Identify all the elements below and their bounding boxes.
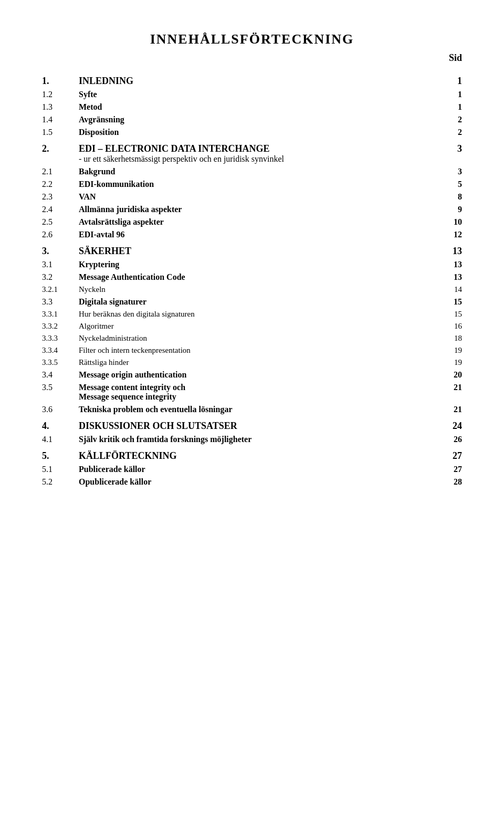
toc-number: 1. [42, 74, 79, 88]
toc-row: 3.4Message origin authentication20 [42, 369, 462, 381]
toc-row: 3.SÄKERHET13 [42, 244, 462, 258]
toc-row: 3.6Tekniska problem och eventuella lösni… [42, 403, 462, 416]
toc-entry-text: Opublicerade källor [79, 476, 441, 488]
toc-page-number: 3 [441, 142, 462, 165]
toc-row: 3.3.3Nyckeladministration18 [42, 332, 462, 344]
toc-page-number: 20 [441, 369, 462, 381]
toc-row: 4.1Själv kritik och framtida forsknings … [42, 433, 462, 446]
toc-page-number: 13 [441, 258, 462, 271]
toc-entry-text: KÄLLFÖRTECKNING [79, 449, 441, 463]
toc-row: 1.INLEDNING1 [42, 74, 462, 88]
toc-entry-text: Metod [79, 101, 441, 113]
toc-number: 2.4 [42, 203, 79, 216]
toc-entry-text: EDI-avtal 96 [79, 228, 441, 241]
toc-row: 2.EDI – ELECTRONIC DATA INTERCHANGE- ur … [42, 142, 462, 165]
toc-number: 2.1 [42, 165, 79, 178]
toc-page-number: 12 [441, 228, 462, 241]
toc-row: 2.3VAN8 [42, 191, 462, 203]
toc-entry-text: Message origin authentication [79, 369, 441, 381]
toc-entry-text: Digitala signaturer [79, 296, 441, 308]
toc-number: 3.1 [42, 258, 79, 271]
toc-page-number: 8 [441, 191, 462, 203]
toc-entry-text: Nyckeladministration [79, 332, 441, 344]
toc-number: 3.3.4 [42, 344, 79, 356]
toc-number: 4.1 [42, 433, 79, 446]
toc-entry-text: Message content integrity och Message se… [79, 381, 441, 403]
toc-entry-text: SÄKERHET [79, 244, 441, 258]
toc-entry-text: Syfte [79, 88, 441, 101]
toc-number: 3.3 [42, 296, 79, 308]
toc-entry-text: Avgränsning [79, 113, 441, 126]
toc-row: 3.5Message content integrity och Message… [42, 381, 462, 403]
toc-entry-text: Nyckeln [79, 284, 441, 296]
toc-page-number: 24 [441, 419, 462, 433]
toc-row: 5.KÄLLFÖRTECKNING27 [42, 449, 462, 463]
toc-page-number: 1 [441, 74, 462, 88]
toc-entry-text: Kryptering [79, 258, 441, 271]
toc-number: 2.5 [42, 216, 79, 228]
toc-row: 3.3Digitala signaturer15 [42, 296, 462, 308]
toc-number: 5.2 [42, 476, 79, 488]
toc-row: 3.2Message Authentication Code13 [42, 271, 462, 284]
toc-row: 4.DISKUSSIONER OCH SLUTSATSER24 [42, 419, 462, 433]
toc-entry-text: Hur beräknas den digitala signaturen [79, 308, 441, 320]
toc-row: 3.2.1Nyckeln14 [42, 284, 462, 296]
toc-number: 4. [42, 419, 79, 433]
toc-page-number: 28 [441, 476, 462, 488]
toc-row: 5.2Opublicerade källor28 [42, 476, 462, 488]
toc-number: 3.2 [42, 271, 79, 284]
toc-number: 3.6 [42, 403, 79, 416]
toc-row: 1.4Avgränsning2 [42, 113, 462, 126]
toc-number: 2. [42, 142, 79, 165]
toc-number: 3.2.1 [42, 284, 79, 296]
toc-row: 2.2EDI-kommunikation5 [42, 178, 462, 191]
toc-page-number: 10 [441, 216, 462, 228]
toc-page-number: 19 [441, 356, 462, 369]
toc-entry-text: VAN [79, 191, 441, 203]
toc-page-number: 16 [441, 320, 462, 332]
toc-number: 5. [42, 449, 79, 463]
toc-entry-text: Filter och intern teckenpresentation [79, 344, 441, 356]
toc-page-number: 13 [441, 244, 462, 258]
toc-number: 2.3 [42, 191, 79, 203]
toc-number: 3.3.1 [42, 308, 79, 320]
sid-header: Sid [42, 53, 462, 64]
toc-page-number: 27 [441, 463, 462, 476]
toc-page-number: 15 [441, 308, 462, 320]
toc-page-number: 18 [441, 332, 462, 344]
toc-row: 3.3.5Rättsliga hinder19 [42, 356, 462, 369]
toc-page-number: 3 [441, 165, 462, 178]
toc-page-number: 13 [441, 271, 462, 284]
toc-entry-text: Själv kritik och framtida forsknings möj… [79, 433, 441, 446]
toc-entry-text: Allmänna juridiska aspekter [79, 203, 441, 216]
toc-page-number: 27 [441, 449, 462, 463]
toc-page-number: 1 [441, 101, 462, 113]
toc-number: 3.5 [42, 381, 79, 403]
toc-page-number: 15 [441, 296, 462, 308]
toc-number: 1.3 [42, 101, 79, 113]
toc-page-number: 19 [441, 344, 462, 356]
toc-number: 2.6 [42, 228, 79, 241]
toc-row: 2.5Avtalsrättsliga aspekter10 [42, 216, 462, 228]
toc-row: 1.2Syfte1 [42, 88, 462, 101]
toc-row: 3.3.4Filter och intern teckenpresentatio… [42, 344, 462, 356]
toc-number: 1.4 [42, 113, 79, 126]
toc-row: 2.4Allmänna juridiska aspekter9 [42, 203, 462, 216]
toc-page-number: 5 [441, 178, 462, 191]
toc-page-number: 21 [441, 381, 462, 403]
toc-number: 1.5 [42, 126, 79, 139]
toc-entry-text: EDI – ELECTRONIC DATA INTERCHANGE- ur et… [79, 142, 441, 165]
toc-number: 3. [42, 244, 79, 258]
toc-table: 1.INLEDNING11.2Syfte11.3Metod11.4Avgräns… [42, 74, 462, 488]
toc-number: 1.2 [42, 88, 79, 101]
toc-entry-text: Disposition [79, 126, 441, 139]
toc-entry-text: Publicerade källor [79, 463, 441, 476]
toc-page-number: 26 [441, 433, 462, 446]
toc-number: 2.2 [42, 178, 79, 191]
toc-entry-text: EDI-kommunikation [79, 178, 441, 191]
toc-page-number: 14 [441, 284, 462, 296]
toc-entry-text: Avtalsrättsliga aspekter [79, 216, 441, 228]
toc-page-number: 21 [441, 403, 462, 416]
toc-page-number: 2 [441, 113, 462, 126]
toc-row: 2.6EDI-avtal 9612 [42, 228, 462, 241]
